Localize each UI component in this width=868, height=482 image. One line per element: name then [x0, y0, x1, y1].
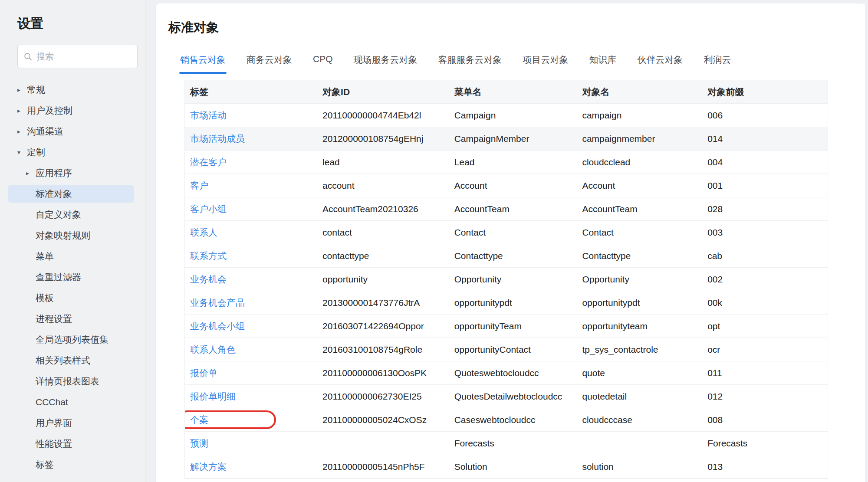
- sidebar-item[interactable]: 常规: [0, 79, 145, 100]
- sidebar-item[interactable]: 菜单: [0, 246, 145, 267]
- object-name-cell: quotedetail: [577, 385, 702, 408]
- sidebar-item-label: 沟通渠道: [27, 125, 63, 138]
- menu-name-cell: Contact: [449, 221, 577, 244]
- sidebar-item[interactable]: 性能设置: [0, 433, 145, 454]
- menu-name-cell: Account: [449, 174, 577, 197]
- sidebar-item[interactable]: 自定义对象: [0, 204, 145, 225]
- column-header-id: 对象ID: [317, 80, 449, 103]
- object-prefix-cell: 008: [702, 408, 828, 431]
- tab[interactable]: 商务云对象: [246, 49, 293, 73]
- search-input[interactable]: 搜索: [17, 45, 138, 68]
- object-id-cell: 201100000005145nPh5F: [317, 455, 449, 478]
- object-label-cell: 个案: [185, 408, 317, 431]
- object-link[interactable]: 联系人角色: [190, 344, 236, 354]
- object-name-cell: campaign: [577, 104, 702, 127]
- object-prefix-cell: opt: [702, 315, 828, 338]
- sidebar-item[interactable]: 定制: [0, 142, 145, 163]
- expand-arrow-icon[interactable]: [17, 86, 27, 93]
- object-name-cell: AccountTeam: [577, 197, 702, 220]
- object-link[interactable]: 市场活动成员: [190, 134, 245, 144]
- sidebar-item-label: 对象映射规则: [36, 230, 90, 242]
- object-id-cell: 201100000004744Eb42l: [317, 104, 449, 127]
- object-link[interactable]: 市场活动: [190, 110, 227, 120]
- sidebar-item-label: 模板: [36, 292, 54, 304]
- sidebar-item[interactable]: 应用程序: [0, 163, 145, 184]
- sidebar-item[interactable]: 沟通渠道: [0, 121, 145, 142]
- object-link[interactable]: 个案: [190, 415, 208, 425]
- sidebar-item[interactable]: 查重过滤器: [0, 267, 145, 288]
- object-id-cell: 2011000000062730EI25: [317, 385, 449, 408]
- object-link[interactable]: 报价单明细: [190, 391, 236, 401]
- sidebar-item[interactable]: 全局选项列表值集: [0, 329, 145, 350]
- object-label-cell: 客户: [185, 174, 317, 197]
- expand-arrow-icon[interactable]: [17, 128, 27, 135]
- sidebar-item[interactable]: 标签: [0, 454, 145, 475]
- tab[interactable]: 现场服务云对象: [353, 49, 418, 73]
- sidebar-item-label: 性能设置: [36, 438, 72, 450]
- table-body: 市场活动 201100000004744Eb42l Campaign campa…: [185, 104, 828, 479]
- expand-arrow-icon[interactable]: [26, 170, 36, 177]
- object-label-cell: 预测: [185, 432, 317, 455]
- menu-name-cell: opportunityContact: [449, 338, 577, 361]
- object-link[interactable]: 客户: [190, 180, 208, 190]
- expand-arrow-icon[interactable]: [17, 107, 27, 114]
- object-label-cell: 报价单: [185, 361, 317, 384]
- menu-name-cell: Solution: [449, 455, 577, 478]
- table-row: 客户小组 AccountTeam20210326 AccountTeam Acc…: [185, 197, 828, 221]
- table-row: 业务机会 opportunity Opportunity Opportunity…: [185, 268, 828, 291]
- object-label-cell: 市场活动: [185, 104, 317, 127]
- object-link[interactable]: 联系人: [190, 227, 217, 237]
- tab-label: 商务云对象: [247, 55, 292, 65]
- settings-sidebar: 设置 搜索 常规 用户及控制 沟通渠道 定: [0, 0, 145, 482]
- object-name-cell: opportunitypdt: [577, 291, 702, 314]
- object-link[interactable]: 联系方式: [190, 251, 227, 261]
- tab[interactable]: 利润云: [703, 49, 732, 73]
- object-prefix-cell: 004: [702, 151, 828, 174]
- tab-label: 伙伴云对象: [638, 55, 683, 65]
- object-id-cell: 2013000001473776JtrA: [317, 291, 449, 314]
- object-link[interactable]: 潜在客户: [190, 157, 227, 167]
- sidebar-item[interactable]: 标准对象: [0, 184, 145, 204]
- expand-arrow-icon[interactable]: [17, 149, 27, 156]
- search-placeholder: 搜索: [36, 51, 54, 62]
- object-link[interactable]: 业务机会小组: [190, 321, 245, 331]
- tab[interactable]: 销售云对象: [179, 49, 227, 73]
- object-link[interactable]: 解决方案: [190, 462, 227, 472]
- object-name-cell: Opportunity: [577, 268, 702, 291]
- content-card: 标准对象 销售云对象 商务云对象 CPQ 现场服务云对象 客服服务云对象 项: [156, 3, 865, 482]
- tab[interactable]: 知识库: [589, 49, 618, 73]
- menu-name-cell: Lead: [449, 151, 577, 174]
- table-row: 业务机会小组 201603071422694Oppor opportunityT…: [185, 315, 828, 338]
- object-link[interactable]: 报价单: [190, 368, 217, 378]
- object-prefix-cell: ocr: [702, 338, 828, 361]
- sidebar-item[interactable]: 用户界面: [0, 413, 145, 433]
- object-link[interactable]: 业务机会产品: [190, 298, 245, 308]
- sidebar-item[interactable]: CCChat: [0, 392, 145, 413]
- sidebar-item[interactable]: 进程设置: [0, 308, 145, 329]
- tab[interactable]: 项目云对象: [522, 49, 569, 73]
- sidebar-item-label: 常规: [27, 84, 45, 96]
- tab[interactable]: CPQ: [312, 49, 334, 73]
- sidebar-item-label: 用户界面: [36, 417, 72, 429]
- object-prefix-cell: 003: [702, 221, 828, 244]
- object-name-cell: campaignmember: [577, 127, 702, 150]
- object-link[interactable]: 业务机会: [190, 274, 227, 284]
- sidebar-item[interactable]: 模板: [0, 288, 145, 308]
- object-link[interactable]: 客户小组: [190, 204, 227, 214]
- sidebar-item[interactable]: 详情页报表图表: [0, 371, 145, 392]
- tab[interactable]: 客服服务云对象: [437, 49, 503, 73]
- object-prefix-cell: 028: [702, 197, 828, 220]
- tab[interactable]: 伙伴云对象: [637, 49, 684, 73]
- object-link[interactable]: 预测: [190, 438, 208, 448]
- tab-label: 客服服务云对象: [438, 55, 502, 65]
- column-header-prefix: 对象前缀: [702, 80, 828, 103]
- table-header-row: 标签 对象ID 菜单名 对象名 对象前缀: [185, 80, 828, 104]
- object-label-cell: 联系方式: [185, 244, 317, 267]
- sidebar-item[interactable]: 用户及控制: [0, 100, 145, 121]
- table-row: 个案 201100000005024CxOSz Caseswebtocloudc…: [185, 408, 828, 432]
- object-prefix-cell: 00k: [702, 291, 828, 314]
- tab-label: 现场服务云对象: [354, 55, 418, 65]
- menu-name-cell: Campaign: [449, 104, 577, 127]
- sidebar-item[interactable]: 相关列表样式: [0, 350, 145, 371]
- sidebar-item[interactable]: 对象映射规则: [0, 225, 145, 246]
